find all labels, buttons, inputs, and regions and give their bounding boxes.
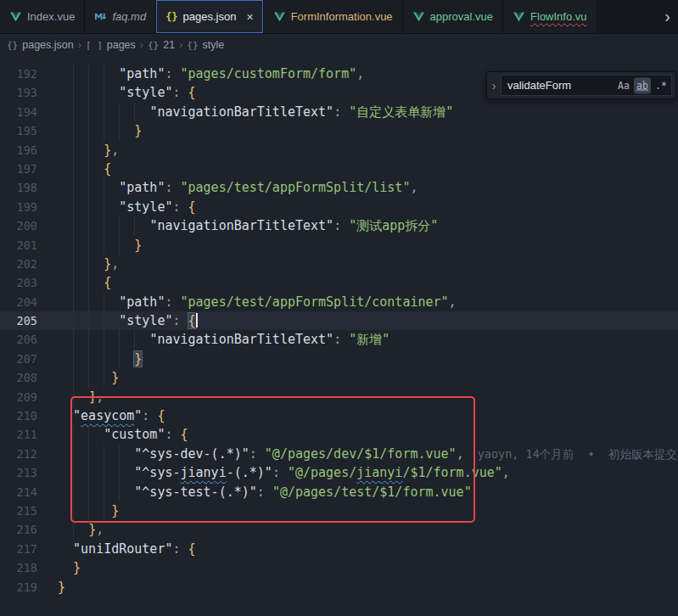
- breadcrumb-item-pages[interactable]: [ ]pages: [86, 39, 136, 51]
- line-number[interactable]: 215: [0, 501, 37, 520]
- indent-guide: [73, 103, 74, 121]
- line-number[interactable]: 198: [0, 178, 37, 197]
- code-text: "navigationBarTitleText": "测试app拆分": [0, 216, 438, 235]
- code-line-210[interactable]: 210 "easycom": {: [0, 406, 678, 425]
- indent-guide: [104, 330, 104, 349]
- tab-FlowInfo.vu[interactable]: FlowInfo.vu: [503, 0, 597, 33]
- indent-guide: [119, 236, 120, 255]
- indent-guide: [88, 64, 89, 83]
- line-number[interactable]: 203: [0, 273, 37, 292]
- line-number[interactable]: 216: [0, 520, 37, 539]
- tab-overflow-chevron[interactable]: ›: [657, 0, 678, 33]
- code-line-198[interactable]: 198 "path": "pages/test/appFormSplit/lis…: [0, 178, 678, 197]
- indent-guide: [73, 121, 74, 140]
- tab-label: Index.vue: [27, 10, 75, 23]
- find-option-regex-icon[interactable]: .*: [653, 77, 670, 93]
- indent-guide: [73, 64, 74, 83]
- indent-guide: [104, 293, 104, 311]
- line-number[interactable]: 209: [0, 388, 37, 406]
- code-line-206[interactable]: 206 "navigationBarTitleText": "新增": [0, 330, 678, 349]
- line-number[interactable]: 211: [0, 425, 37, 444]
- code-line-205[interactable]: 205 "style": {: [0, 311, 678, 330]
- indent-guide: [104, 178, 104, 197]
- line-number[interactable]: 205: [0, 311, 37, 330]
- line-number[interactable]: 218: [0, 558, 37, 577]
- tab-label: pages.json: [183, 10, 237, 23]
- git-blame-annotation: yaoyn, 14个月前 • 初始版本提交: [478, 447, 677, 461]
- line-number[interactable]: 195: [0, 121, 37, 140]
- line-number[interactable]: 217: [0, 540, 37, 558]
- line-number[interactable]: 210: [0, 406, 37, 425]
- code-line-209[interactable]: 209 ],: [0, 388, 678, 406]
- find-option-whole-word-icon[interactable]: ab: [634, 77, 651, 93]
- code-line-195[interactable]: 195 }: [0, 121, 678, 140]
- line-number[interactable]: 214: [0, 483, 37, 501]
- code-line-202[interactable]: 202 },: [0, 255, 678, 273]
- code-line-199[interactable]: 199 "style": {: [0, 198, 678, 216]
- line-number[interactable]: 219: [0, 578, 37, 596]
- find-options: Aaab.*: [615, 77, 670, 93]
- code-line-214[interactable]: 214 "^sys-test-(.*)": "@/pages/test/$1/f…: [0, 483, 678, 501]
- code-line-216[interactable]: 216 },: [0, 520, 678, 539]
- indent-guide: [73, 255, 74, 273]
- tab-faq.md[interactable]: faq.md: [85, 0, 156, 33]
- breadcrumb-item-style[interactable]: {}style: [187, 39, 224, 51]
- breadcrumb-item-pages.json[interactable]: {}pages.json: [7, 39, 74, 51]
- indent-guide: [73, 350, 74, 368]
- close-icon[interactable]: ×: [246, 11, 253, 23]
- indent-guide: [88, 255, 89, 273]
- code-line-196[interactable]: 196 },: [0, 141, 678, 160]
- braces-icon: {}: [187, 40, 198, 51]
- line-number[interactable]: 192: [0, 64, 37, 83]
- vue-icon: [412, 10, 425, 23]
- indent-guide: [104, 83, 104, 102]
- find-collapse-chevron[interactable]: ›: [487, 79, 501, 92]
- code-line-212[interactable]: 212 "^sys-dev-(.*)": "@/pages/dev/$1/for…: [0, 445, 678, 463]
- indent-guide: [119, 445, 120, 463]
- tab-approval.vue[interactable]: approval.vue: [403, 0, 503, 33]
- breadcrumb-item-21[interactable]: {}21: [148, 39, 175, 51]
- line-number[interactable]: 194: [0, 103, 37, 121]
- line-number[interactable]: 204: [0, 293, 37, 311]
- tab-pages.json[interactable]: {}pages.json×: [156, 0, 264, 33]
- line-number[interactable]: 202: [0, 255, 37, 273]
- code-line-215[interactable]: 215 }: [0, 501, 678, 520]
- code-line-207[interactable]: 207 }: [0, 350, 678, 368]
- code-line-200[interactable]: 200 "navigationBarTitleText": "测试app拆分": [0, 216, 678, 235]
- breadcrumb-separator: ›: [179, 39, 182, 51]
- breadcrumb-separator: ›: [140, 39, 143, 51]
- line-number[interactable]: 213: [0, 463, 37, 482]
- line-number[interactable]: 197: [0, 160, 37, 178]
- code-line-218[interactable]: 218 }: [0, 558, 678, 577]
- code-line-201[interactable]: 201 }: [0, 236, 678, 255]
- line-number[interactable]: 201: [0, 236, 37, 255]
- indent-guide: [73, 445, 74, 463]
- line-number[interactable]: 206: [0, 330, 37, 349]
- code-line-204[interactable]: 204 "path": "pages/test/appFormSplit/con…: [0, 293, 678, 311]
- line-number[interactable]: 193: [0, 83, 37, 102]
- code-line-203[interactable]: 203 {: [0, 273, 678, 292]
- line-number[interactable]: 196: [0, 141, 37, 160]
- brackets-icon: [ ]: [86, 40, 103, 51]
- code-line-197[interactable]: 197 {: [0, 160, 678, 178]
- line-number[interactable]: 207: [0, 350, 37, 368]
- indent-guide: [88, 141, 89, 160]
- code-line-211[interactable]: 211 "custom": {: [0, 425, 678, 444]
- indent-guide: [73, 178, 74, 197]
- vscode-window: Index.vuefaq.md{}pages.json×FormInformat…: [0, 0, 678, 616]
- tab-FormInformation.vue[interactable]: FormInformation.vue: [264, 0, 403, 33]
- line-number[interactable]: 208: [0, 368, 37, 387]
- code-line-194[interactable]: 194 "navigationBarTitleText": "自定义表单新增": [0, 103, 678, 121]
- line-number[interactable]: 199: [0, 198, 37, 216]
- indent-guide: [88, 178, 89, 197]
- code-line-219[interactable]: 219}: [0, 578, 678, 596]
- code-line-217[interactable]: 217 "uniIdRouter": {: [0, 540, 678, 558]
- tab-Index.vue[interactable]: Index.vue: [0, 0, 85, 33]
- line-number[interactable]: 200: [0, 216, 37, 235]
- find-option-match-case-icon[interactable]: Aa: [615, 77, 632, 93]
- code-line-208[interactable]: 208 }: [0, 368, 678, 387]
- indent-guide: [73, 236, 74, 255]
- code-line-213[interactable]: 213 "^sys-jianyi-(.*)": "@/pages/jianyi/…: [0, 463, 678, 482]
- indent-guide: [134, 330, 135, 349]
- line-number[interactable]: 212: [0, 445, 37, 463]
